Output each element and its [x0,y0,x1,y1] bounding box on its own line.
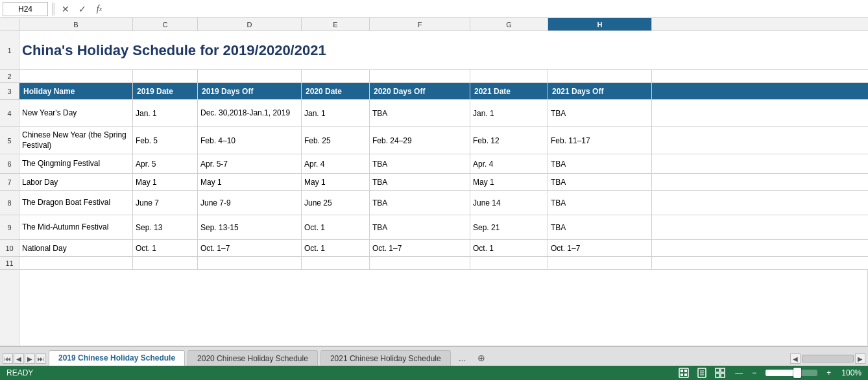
cell-daysoff2021-10[interactable]: Oct. 1–7 [548,240,652,256]
cell-daysoff2019-6[interactable]: Apr. 5-7 [198,154,302,173]
cancel-icon[interactable]: ✕ [58,2,73,16]
tab-add[interactable]: ⊕ [472,353,490,366]
cell-date2020-6[interactable]: Apr. 4 [302,154,370,173]
cell-daysoff2021-4[interactable]: TBA [548,100,652,126]
function-icon[interactable]: fx [92,2,106,16]
cell-date2021-6[interactable]: Apr. 4 [470,154,548,173]
cell-holiday-name-5[interactable]: Chinese New Year (the Spring Festival) [19,127,133,154]
cell-daysoff2020-10[interactable]: Oct. 1–7 [370,240,470,256]
zoom-slider-fill [766,370,794,376]
tab-2021[interactable]: 2021 Chinese Holiday Schedule [320,350,451,366]
cell-date2020-5[interactable]: Feb. 25 [302,127,370,154]
cell-holiday-name-8[interactable]: The Dragon Boat Festival [19,191,133,215]
cell-daysoff2020-5[interactable]: Feb. 24–29 [370,127,470,154]
cell-h2[interactable] [548,70,652,82]
cell-daysoff2020-4[interactable]: TBA [370,100,470,126]
zoom-slider-thumb[interactable] [793,368,801,378]
cell-holiday-name-7[interactable]: Labor Day [19,174,133,190]
cell-daysoff2021-7[interactable]: TBA [548,174,652,190]
formula-input[interactable] [109,2,865,16]
cell-date2020-4[interactable]: Jan. 1 [302,100,370,126]
view-break-icon[interactable] [714,367,726,379]
cell-daysoff2021-5[interactable]: Feb. 11–17 [548,127,652,154]
cell-date2021-5[interactable]: Feb. 12 [470,127,548,154]
col-header-h[interactable]: H [548,18,652,30]
tab-nav-next[interactable]: ▶ [25,353,35,364]
zoom-in-btn[interactable]: + [826,368,831,377]
cell-holiday-name-10[interactable]: National Day [19,240,133,256]
tab-nav-last[interactable]: ⏭ [36,353,46,364]
cell-daysoff2021-9[interactable]: TBA [548,215,652,239]
cell-date2021-4[interactable]: Jan. 1 [470,100,548,126]
tab-nav-first[interactable]: ⏮ [3,353,13,364]
confirm-icon[interactable]: ✓ [75,2,90,16]
cell-date2020-9[interactable]: Oct. 1 [302,215,370,239]
cell-daysoff2019-7[interactable]: May 1 [198,174,302,190]
cell-daysoff2021-6[interactable]: TBA [548,154,652,173]
cell-g2[interactable] [470,70,548,82]
cell-h11[interactable] [548,257,652,269]
tab-2019[interactable]: 2019 Chinese Holiday Schedule [49,350,185,366]
cell-date2019-10[interactable]: Oct. 1 [133,240,198,256]
tab-scroll-left[interactable]: ◀ [790,353,801,364]
tab-2020[interactable]: 2020 Chinese Holiday Schedule [187,350,318,366]
cell-e11[interactable] [302,257,370,269]
cell-f11[interactable] [370,257,470,269]
cell-date2019-6[interactable]: Apr. 5 [133,154,198,173]
cell-daysoff2019-5[interactable]: Feb. 4–10 [198,127,302,154]
col-header-b[interactable]: B [19,18,133,30]
cell-date2019-5[interactable]: Feb. 5 [133,127,198,154]
cell-b2[interactable] [19,70,133,82]
cell-f2[interactable] [370,70,470,82]
cell-c11[interactable] [133,257,198,269]
cell-daysoff2020-6[interactable]: TBA [370,154,470,173]
cell-daysoff2020-7[interactable]: TBA [370,174,470,190]
cell-date2019-8[interactable]: June 7 [133,191,198,215]
cell-date2021-7[interactable]: May 1 [470,174,548,190]
cell-reference-box[interactable] [3,2,48,16]
zoom-slider[interactable] [766,370,817,376]
cell-date2019-9[interactable]: Sep. 13 [133,215,198,239]
cell-date2021-10[interactable]: Oct. 1 [470,240,548,256]
cell-daysoff2021-8[interactable]: TBA [548,191,652,215]
tab-nav-prev[interactable]: ◀ [14,353,24,364]
cell-holiday-name-6[interactable]: The Qingming Festival [19,154,133,173]
cell-c2[interactable] [133,70,198,82]
cell-holiday-name-4[interactable]: New Year's Day [19,100,133,126]
cell-g11[interactable] [470,257,548,269]
cell-date2020-8[interactable]: June 25 [302,191,370,215]
tab-scroll-right[interactable]: ▶ [855,353,865,364]
tab-scroll-area: ◀ ▶ [790,353,868,366]
status-right: — − + 100% [678,367,862,379]
col-header-d[interactable]: D [198,18,302,30]
cell-date2020-10[interactable]: Oct. 1 [302,240,370,256]
tab-scrollbar[interactable] [802,355,854,362]
cell-daysoff2019-8[interactable]: June 7-9 [198,191,302,215]
cell-date2021-8[interactable]: June 14 [470,191,548,215]
view-page-icon[interactable] [696,367,708,379]
tab-bar: ⏮ ◀ ▶ ⏭ 2019 Chinese Holiday Schedule 20… [0,346,868,366]
cell-date2020-7[interactable]: May 1 [302,174,370,190]
cell-daysoff2019-9[interactable]: Sep. 13-15 [198,215,302,239]
cell-daysoff2019-10[interactable]: Oct. 1–7 [198,240,302,256]
cell-d11[interactable] [198,257,302,269]
svg-rect-1 [681,370,683,372]
cell-b11[interactable] [19,257,133,269]
col-header-f[interactable]: F [370,18,470,30]
cell-date2019-4[interactable]: Jan. 1 [133,100,198,126]
view-normal-icon[interactable] [678,367,690,379]
col-header-e[interactable]: E [302,18,370,30]
tab-more[interactable]: ... [453,353,472,366]
cell-e2[interactable] [302,70,370,82]
col-header-g[interactable]: G [470,18,548,30]
cell-d2[interactable] [198,70,302,82]
cell-date2021-9[interactable]: Sep. 21 [470,215,548,239]
col-header-c[interactable]: C [133,18,198,30]
cell-daysoff2019-4[interactable]: Dec. 30,2018-Jan.1, 2019 [198,100,302,126]
cell-daysoff2020-8[interactable]: TBA [370,191,470,215]
cell-date2019-7[interactable]: May 1 [133,174,198,190]
cell-holiday-name-9[interactable]: The Mid-Autumn Festival [19,215,133,239]
zoom-out-btn[interactable]: − [752,368,756,377]
empty-rows [0,270,868,346]
cell-daysoff2020-9[interactable]: TBA [370,215,470,239]
